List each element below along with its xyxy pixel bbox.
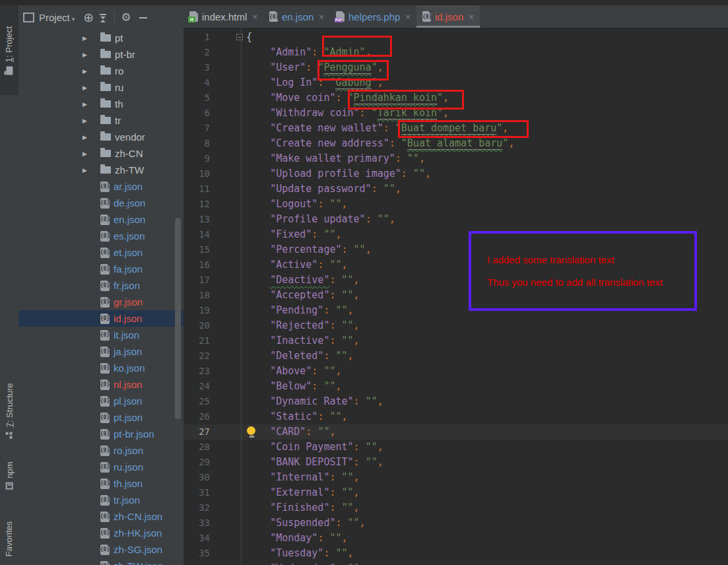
- code-line-10[interactable]: 10 "Upload profile image": "",: [183, 166, 728, 182]
- tree-item-th[interactable]: ▶th: [18, 96, 183, 112]
- code-line-32[interactable]: 32 "Finished": "",: [183, 500, 728, 515]
- tree-item-de.json[interactable]: {0}de.json: [18, 195, 183, 211]
- code-text: {: [246, 30, 252, 45]
- code-line-20[interactable]: 20 "Rejected": "",: [183, 318, 728, 333]
- code-line-11[interactable]: 11 "Update password": "",: [183, 182, 728, 197]
- line-number: 15: [183, 242, 210, 257]
- tree-item-pt[interactable]: ▶pt: [18, 30, 183, 46]
- code-text: "External": "",: [246, 485, 360, 500]
- editor-tab-id.json[interactable]: {0}id.json×: [416, 5, 480, 28]
- json-file-icon: {0}: [100, 512, 110, 522]
- json-file-icon: {0}: [100, 479, 110, 489]
- code-line-21[interactable]: 21 "Inactive": "",: [183, 333, 728, 349]
- tree-item-id.json[interactable]: {0}id.json: [18, 310, 183, 327]
- tree-item-vendor[interactable]: ▶vendor: [18, 129, 183, 145]
- chevron-right-icon[interactable]: ▶: [83, 51, 100, 58]
- chevron-right-icon[interactable]: ▶: [83, 35, 100, 42]
- code-line-9[interactable]: 9 "Make wallet primary": "",: [183, 151, 728, 166]
- tree-item-label: ja.json: [114, 346, 142, 357]
- project-view-selector[interactable]: Project: [39, 12, 70, 23]
- code-line-2[interactable]: 2 "Admin": "Admin",: [183, 45, 728, 60]
- code-text: "Below": "",: [246, 379, 342, 394]
- code-line-34[interactable]: 34 "Monday": "",: [183, 531, 728, 546]
- chevron-right-icon[interactable]: ▶: [83, 167, 100, 174]
- tree-item-zh-CN[interactable]: ▶zh-CN: [18, 145, 183, 162]
- tree-item-zh-SG.json[interactable]: {0}zh-SG.json: [18, 541, 183, 558]
- tree-item-fr.json[interactable]: {0}fr.json: [18, 277, 183, 294]
- code-line-4[interactable]: 4 "Log In": "Gabung",: [183, 75, 728, 90]
- code-line-8[interactable]: 8 "Create new address": "Buat alamat bar…: [183, 136, 728, 151]
- chevron-right-icon[interactable]: ▶: [83, 101, 100, 108]
- code-line-29[interactable]: 29 "BANK DEPOSIT": "",: [183, 455, 728, 470]
- collapse-all-button[interactable]: [96, 11, 110, 25]
- tree-item-th.json[interactable]: {0}th.json: [18, 475, 183, 492]
- tree-item-ro[interactable]: ▶ro: [18, 63, 183, 79]
- code-line-24[interactable]: 24 "Below": "",: [183, 379, 728, 394]
- code-line-3[interactable]: 3 "User": "Pengguna",: [183, 60, 728, 75]
- tree-item-pt-br.json[interactable]: {0}pt-br.json: [18, 426, 183, 442]
- tree-item-nl.json[interactable]: {0}nl.json: [18, 376, 183, 393]
- tree-item-et.json[interactable]: {0}et.json: [18, 244, 183, 261]
- tree-item-ja.json[interactable]: {0}ja.json: [18, 343, 183, 360]
- code-line-13[interactable]: 13 "Profile update": "",: [183, 212, 728, 227]
- tree-item-tr[interactable]: ▶tr: [18, 112, 183, 129]
- code-line-23[interactable]: 23 "Above": "",: [183, 364, 728, 379]
- tree-item-ko.json[interactable]: {0}ko.json: [18, 360, 183, 376]
- tree-item-zh-TW[interactable]: ▶zh-TW: [18, 162, 183, 178]
- editor-tab-index.html[interactable]: Hindex.html×: [183, 5, 263, 28]
- tree-scrollbar[interactable]: [175, 218, 181, 419]
- code-line-25[interactable]: 25 "Dynamic Rate": "",: [183, 394, 728, 409]
- code-line-33[interactable]: 33 "Suspended": "",: [183, 515, 728, 531]
- chevron-right-icon[interactable]: ▶: [83, 84, 100, 91]
- tree-item-fa.json[interactable]: {0}fa.json: [18, 261, 183, 277]
- tree-item-pl.json[interactable]: {0}pl.json: [18, 393, 183, 409]
- chevron-right-icon[interactable]: ▶: [83, 134, 100, 141]
- chevron-right-icon[interactable]: ▶: [83, 117, 100, 124]
- tree-item-label: zh-HK.json: [114, 527, 162, 539]
- hide-panel-button[interactable]: [136, 11, 150, 25]
- close-icon[interactable]: ×: [319, 12, 324, 22]
- code-line-35[interactable]: 35 "Tuesday": "",: [183, 546, 728, 561]
- tree-item-ro.json[interactable]: {0}ro.json: [18, 442, 183, 459]
- locate-file-button[interactable]: ⊕: [81, 11, 96, 25]
- code-line-22[interactable]: 22 "Deleted": "",: [183, 349, 728, 364]
- editor-tab-en.json[interactable]: {0}en.json×: [263, 5, 330, 28]
- tree-item-ar.json[interactable]: {0}ar.json: [18, 178, 183, 195]
- stripe-tab-structure[interactable]: 7: Structure: [0, 380, 18, 442]
- settings-button[interactable]: ⚙: [119, 11, 133, 25]
- json-file-icon: {0}: [100, 314, 110, 324]
- tree-item-en.json[interactable]: {0}en.json: [18, 211, 183, 228]
- close-icon[interactable]: ×: [405, 12, 411, 22]
- code-line-28[interactable]: 28 "Coin Payment": "",: [183, 440, 728, 455]
- tree-item-it.json[interactable]: {0}it.json: [18, 327, 183, 343]
- code-line-27[interactable]: 27 "CARD": "",: [183, 424, 728, 440]
- tree-item-zh-CN.json[interactable]: {0}zh-CN.json: [18, 508, 183, 525]
- code-line-30[interactable]: 30 "Internal": "",: [183, 470, 728, 485]
- code-line-26[interactable]: 26 "Static": "",: [183, 409, 728, 424]
- tree-item-ru[interactable]: ▶ru: [18, 79, 183, 96]
- tree-item-zh-HK.json[interactable]: {0}zh-HK.json: [18, 525, 183, 541]
- stripe-tab-npm[interactable]: npm: [0, 449, 18, 502]
- tree-item-pt-br[interactable]: ▶pt-br: [18, 46, 183, 63]
- code-line-36[interactable]: 36 "Wednesday": "",: [183, 561, 728, 565]
- intention-bulb-icon[interactable]: [247, 426, 256, 438]
- chevron-right-icon[interactable]: ▶: [83, 68, 100, 75]
- tree-item-es.json[interactable]: {0}es.json: [18, 228, 183, 244]
- close-icon[interactable]: ×: [469, 12, 474, 22]
- tree-item-pt.json[interactable]: {0}pt.json: [18, 409, 183, 426]
- chevron-right-icon[interactable]: ▶: [83, 150, 100, 157]
- close-icon[interactable]: ×: [252, 12, 257, 22]
- chevron-down-icon[interactable]: ▾: [72, 16, 75, 22]
- code-line-12[interactable]: 12 "Logout": "",: [183, 197, 728, 212]
- stripe-tab-favorites[interactable]: Favorites: [0, 507, 18, 565]
- editor-tab-helpers.php[interactable]: PHPhelpers.php×: [330, 5, 416, 28]
- code-line-1[interactable]: 1{: [183, 30, 728, 45]
- tree-item-tr.json[interactable]: {0}tr.json: [18, 492, 183, 508]
- tree-item-gr.json[interactable]: {0}gr.json: [18, 294, 183, 310]
- tree-item-ru.json[interactable]: {0}ru.json: [18, 459, 183, 475]
- code-line-31[interactable]: 31 "External": "",: [183, 485, 728, 500]
- stripe-tab-project[interactable]: 1: Project: [0, 5, 18, 95]
- tree-item-zh-TW.json[interactable]: {0}zh-TW.json: [18, 558, 183, 565]
- line-number: 27: [183, 424, 210, 440]
- tab-label: en.json: [282, 11, 314, 22]
